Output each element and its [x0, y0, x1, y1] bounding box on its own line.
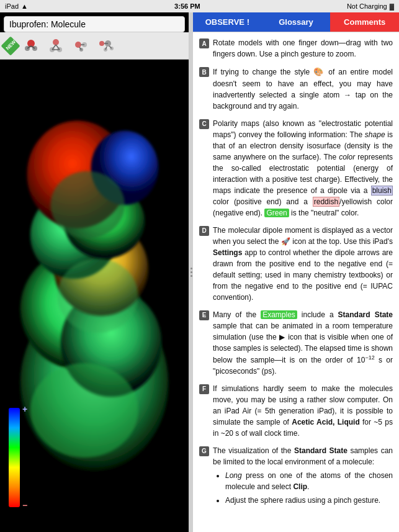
bullet-item-2: Adjust the sphere radius using a pinch g…: [225, 495, 393, 506]
section-a-text: Rotate models with one finger down—drag …: [213, 37, 393, 60]
section-g: G The visualization of the Standard Stat…: [199, 445, 393, 508]
badge-g: G: [199, 446, 209, 456]
scale-plus-label: +: [22, 404, 27, 414]
section-g-text: The visualization of the Standard State …: [213, 445, 393, 508]
molecule-icon-1[interactable]: [20, 35, 42, 57]
examples-highlight: Examples: [261, 310, 297, 319]
new-badge: NEW: [1, 36, 20, 55]
left-panel: Ibuprofen: Molecule NEW: [0, 12, 189, 532]
status-time: 3:56 PM: [174, 2, 200, 10]
svg-point-11: [75, 42, 81, 48]
bullet-item-1: Long press on one of the atoms of the ch…: [225, 470, 393, 492]
section-d: D The molecular dipole moment is display…: [199, 225, 393, 303]
bullet-list: Long press on one of the atoms of the ch…: [225, 470, 393, 506]
section-f: F If simulations hardly seem to make the…: [199, 383, 393, 439]
scale-minus-label: −: [22, 500, 27, 510]
battery-icon: ▓: [390, 3, 394, 10]
status-right: Not Charging ▓: [347, 2, 394, 10]
svg-point-34: [30, 363, 138, 458]
section-e: E Many of the Examples include a Standar…: [199, 309, 393, 377]
device-label: iPad: [5, 2, 19, 10]
drag-dot: [191, 268, 192, 269]
section-f-text: If simulations hardly seem to make the m…: [213, 383, 393, 439]
svg-point-33: [57, 259, 138, 333]
badge-f: F: [199, 384, 209, 394]
section-b: B If trying to change the style 🎨 of an …: [199, 66, 393, 112]
right-panel: OBSERVE ! Glossary Comments A Rotate mod…: [193, 12, 399, 532]
tab-bar: OBSERVE ! Glossary Comments: [193, 12, 399, 32]
section-e-text: Many of the Examples include a Standard …: [213, 309, 393, 377]
svg-point-32: [50, 171, 124, 239]
highlight-reddish: reddish: [313, 197, 339, 207]
wifi-icon: ▲: [21, 2, 28, 10]
color-scale: [9, 408, 20, 507]
status-left: iPad ▲: [5, 2, 28, 10]
tab-glossary[interactable]: Glossary: [262, 12, 331, 32]
molecule-icon-3[interactable]: [69, 35, 92, 57]
badge-a: A: [199, 38, 209, 48]
badge-d: D: [199, 226, 209, 236]
status-bar: iPad ▲ 3:56 PM Not Charging ▓: [0, 0, 399, 12]
highlight-green: Green: [264, 209, 289, 217]
badge-e: E: [199, 310, 209, 320]
tab-comments[interactable]: Comments: [330, 12, 399, 32]
section-b-text: If trying to change the style 🎨 of an en…: [213, 66, 393, 112]
highlight-bluish: bluish: [371, 186, 393, 196]
svg-point-16: [99, 41, 104, 46]
molecule-view[interactable]: + −: [0, 60, 189, 532]
badge-b: B: [199, 67, 209, 77]
molecule-icon-2[interactable]: [45, 35, 67, 57]
molecule-icon-4[interactable]: [94, 35, 117, 57]
tab-observe[interactable]: OBSERVE !: [193, 12, 262, 32]
section-d-text: The molecular dipole moment is displayed…: [213, 225, 393, 303]
main-container: Ibuprofen: Molecule NEW: [0, 12, 399, 532]
drag-dot: [191, 271, 192, 273]
content-area[interactable]: A Rotate models with one finger down—dra…: [193, 32, 399, 532]
molecule-toolbar: NEW: [0, 32, 189, 60]
section-c-text: Polarity maps (also known as "electrosta…: [213, 118, 393, 219]
badge-c: C: [199, 119, 209, 129]
charging-label: Not Charging: [347, 2, 387, 10]
section-a: A Rotate models with one finger down—dra…: [199, 37, 393, 60]
svg-point-5: [53, 39, 59, 45]
section-c: C Polarity maps (also known as "electros…: [199, 118, 393, 219]
drag-dot: [191, 275, 192, 277]
molecule-title: Ibuprofen: Molecule: [4, 16, 185, 32]
